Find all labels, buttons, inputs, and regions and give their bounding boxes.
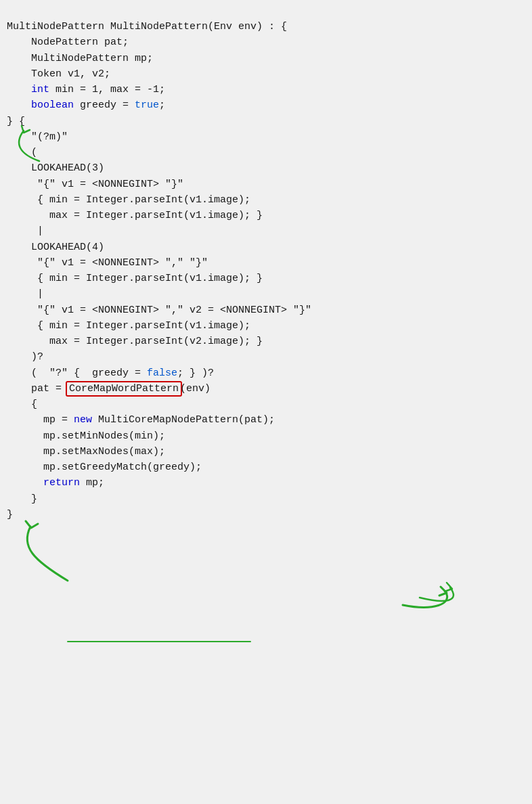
code-line-setminnodes: mp.setMinNodes(min); xyxy=(0,428,532,444)
code-line: "{" v1 = <NONNEGINT> "," v2 = <NONNEGINT… xyxy=(0,303,532,318)
code-line: return mp; xyxy=(0,475,532,491)
code-line: mp.setMaxNodes(max); xyxy=(0,444,532,460)
code-line: LOOKAHEAD(4) xyxy=(0,240,532,255)
code-line: max = Integer.parseInt(v1.image); } xyxy=(0,208,532,223)
code-line: NodePattern pat; xyxy=(0,35,532,50)
code-line: )? xyxy=(0,349,532,365)
code-line: } xyxy=(0,507,532,522)
code-line: MultiNodePattern mp; xyxy=(0,51,532,66)
code-line: mp.setGreedyMatch(greedy); xyxy=(0,460,532,475)
code-line: { min = Integer.parseInt(v1.image); xyxy=(0,318,532,334)
code-line: | xyxy=(0,286,532,302)
code-line: ( "?" { greedy = false; } )? xyxy=(0,365,532,381)
code-line: { min = Integer.parseInt(v1.image); } xyxy=(0,271,532,286)
code-line: "{" v1 = <NONNEGINT> "," "}" xyxy=(0,255,532,271)
code-line: { min = Integer.parseInt(v1.image); xyxy=(0,192,532,208)
code-line: { xyxy=(0,397,532,412)
code-line: } xyxy=(0,491,532,507)
coremap-highlight: CoreMapWordPattern xyxy=(66,381,182,397)
code-line: mp = new MultiCoreMapNodePattern(pat); xyxy=(0,412,532,428)
code-line-coremap: pat = CoreMapWordPattern(env) xyxy=(0,381,532,397)
code-line: max = Integer.parseInt(v2.image); } xyxy=(0,334,532,349)
code-line: ( xyxy=(0,145,532,160)
big-arrow-right xyxy=(403,587,447,607)
code-line: LOOKAHEAD(3) xyxy=(0,160,532,176)
code-line: boolean greedy = true; xyxy=(0,97,532,113)
code-lines: MultiNodePattern MultiNodePattern(Env en… xyxy=(0,19,532,522)
code-container: MultiNodePattern MultiNodePattern(Env en… xyxy=(0,12,532,529)
code-line: "{" v1 = <NONNEGINT> "}" xyxy=(0,177,532,192)
arrow-coremap xyxy=(420,583,453,601)
code-line: | xyxy=(0,223,532,239)
code-line-int-min: int min = 1, max = -1; xyxy=(0,82,532,97)
big-arrow-left xyxy=(26,521,68,581)
code-line: } { xyxy=(0,114,532,129)
code-line: Token v1, v2; xyxy=(0,66,532,82)
code-line: "(?m)" xyxy=(0,129,532,145)
code-line: MultiNodePattern MultiNodePattern(Env en… xyxy=(0,19,532,35)
